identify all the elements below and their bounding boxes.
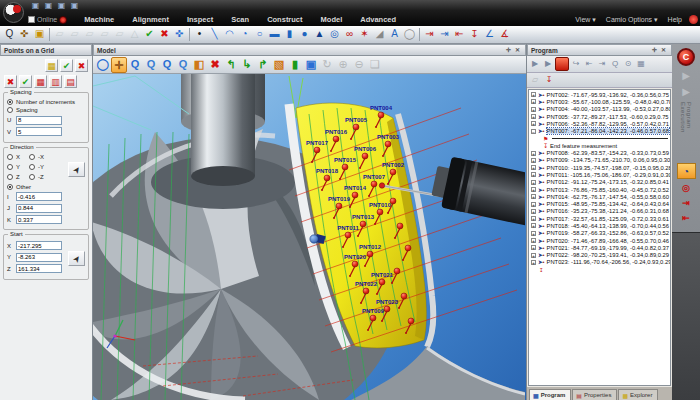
spacing-radio-1[interactable]: Spacing: [7, 107, 85, 113]
radio-button[interactable]: [7, 164, 13, 170]
tab-program[interactable]: ▦Program: [529, 389, 571, 400]
reject-icon[interactable]: ✖: [157, 27, 172, 42]
pattern-icon[interactable]: ∞: [342, 27, 357, 42]
label-icon[interactable]: A: [387, 27, 402, 42]
graph-icon[interactable]: ∡: [497, 27, 512, 42]
radio-button[interactable]: [7, 154, 13, 160]
start-input-y[interactable]: [16, 253, 62, 262]
probe-alert-icon[interactable]: ◎: [678, 182, 694, 195]
radio-button[interactable]: [7, 107, 13, 113]
program-item[interactable]: −➤•PNT007: -67.21,-86.04,-142.23, -0.46,…: [529, 127, 670, 134]
program-item[interactable]: +➤•PNT023: -111.96,-70.64,-206.56, -0.24…: [529, 259, 670, 266]
spacing-radio-0[interactable]: Number of increments: [7, 99, 85, 105]
program-item[interactable]: +➤•PNT021: -84.77,-69.19,-179.99, -0.44,…: [529, 244, 670, 251]
iso-view-3-icon[interactable]: ↱: [255, 57, 271, 73]
program-item[interactable]: +➤•PNT022: -98.20,-70.25,-193.41, -0.34,…: [529, 252, 670, 259]
zoom-scale-icon[interactable]: Q: [175, 57, 191, 73]
run-from-icon[interactable]: ▶: [542, 58, 554, 70]
expand-icon[interactable]: +: [531, 99, 536, 104]
pan-icon[interactable]: ✛: [111, 57, 127, 73]
gear-icon[interactable]: ✶: [357, 27, 372, 42]
program-item[interactable]: +➤•PNT006: -52.36,-87.82,-129.95, -0.57,…: [529, 120, 670, 127]
program-item[interactable]: +➤•PNT002: -71.67,-95.93,-136.92, -0.36,…: [529, 91, 670, 98]
expand-icon[interactable]: +: [531, 238, 536, 243]
zoom-extents-icon[interactable]: Q: [159, 57, 175, 73]
menu-tab-machine[interactable]: Machine: [75, 13, 123, 26]
radio-button[interactable]: [7, 174, 13, 180]
point-feature-icon[interactable]: •: [192, 27, 207, 42]
program-item[interactable]: +➤•PNT014: -62.75,-76.17,-147.54, -0.55,…: [529, 193, 670, 200]
direction-radio-x[interactable]: X: [7, 154, 29, 160]
move-point-icon[interactable]: ⇥: [422, 27, 437, 42]
expand-icon[interactable]: +: [531, 158, 536, 163]
menu-tab-alignment[interactable]: Alignment: [123, 13, 178, 26]
expand-icon[interactable]: +: [531, 187, 536, 192]
expand-icon[interactable]: +: [531, 114, 536, 119]
slope-icon[interactable]: ◢: [372, 27, 387, 42]
program-item-end[interactable]: ↧: [529, 266, 670, 273]
program-item[interactable]: +➤•PNT009: -134.75,-71.65,-210.70, 0.06,…: [529, 157, 670, 164]
expand-icon[interactable]: +: [531, 202, 536, 207]
pin-icon[interactable]: ✛: [650, 45, 659, 56]
expand-icon[interactable]: +: [531, 231, 536, 236]
program-item[interactable]: +➤•PNT004: -40.00,-103.57,-113.99, -0.53…: [529, 106, 670, 113]
right-menu-help[interactable]: Help: [663, 16, 687, 23]
roundness-icon[interactable]: ◯: [402, 27, 417, 42]
right-menu-camio-options--[interactable]: Camio Options ▾: [601, 16, 663, 24]
cancel-button[interactable]: ✖: [75, 59, 88, 72]
program-item[interactable]: +➤•PNT005: -37.72,-89.27,-117.53, -0.60,…: [529, 113, 670, 120]
close-icon[interactable]: ✕: [659, 45, 668, 56]
probe-search-icon[interactable]: Q: [2, 27, 17, 42]
program-item[interactable]: +➤•PNT012: -91.12,-75.24,-173.15, -0.32,…: [529, 179, 670, 186]
accept-icon[interactable]: ✔: [142, 27, 157, 42]
tab-explorer[interactable]: ▩Explorer: [618, 389, 658, 400]
cube-view-icon[interactable]: ▣: [303, 57, 319, 73]
expand-icon[interactable]: +: [531, 216, 536, 221]
torus-feature-icon[interactable]: ◎: [327, 27, 342, 42]
box-view-icon[interactable]: ▧: [271, 57, 287, 73]
angle-icon[interactable]: ∠: [482, 27, 497, 42]
program-child-probe[interactable]: ↧End feature measurement: [529, 142, 670, 149]
watch-icon[interactable]: ⊙: [622, 58, 634, 70]
program-item[interactable]: +➤•PNT003: -55.67,-100.08,-125.59, -0.48…: [529, 98, 670, 105]
touch-icon[interactable]: ↧: [467, 27, 482, 42]
online-toggle[interactable]: Online: [28, 16, 67, 24]
program-item[interactable]: +➤•PNT015: -48.95,-75.85,-134.42, -0.64,…: [529, 200, 670, 207]
expand-icon[interactable]: +: [531, 165, 536, 170]
program-child-flag[interactable]: ⚑: [529, 135, 670, 142]
pin-icon[interactable]: ✛: [504, 45, 513, 56]
expand-icon[interactable]: +: [531, 121, 536, 126]
probe-status-button[interactable]: ◔: [677, 163, 696, 179]
skip-step-icon[interactable]: ▶: [678, 69, 694, 83]
direction-radio-z[interactable]: Z: [7, 174, 29, 180]
print-icon[interactable]: ▣: [69, 1, 80, 11]
accept-button[interactable]: ✔: [60, 59, 73, 72]
cylinder-feature-icon[interactable]: ▮: [282, 27, 297, 42]
grid-edge-button[interactable]: ▥: [49, 75, 62, 88]
program-item[interactable]: +➤•PNT008: -62.39,-83.57,-154.23, -0.33,…: [529, 149, 670, 156]
zoom-dynamic-icon[interactable]: Q: [143, 57, 159, 73]
spacing-input-u[interactable]: [16, 116, 62, 125]
direction-radio-y[interactable]: Y: [7, 164, 29, 170]
new-program-icon[interactable]: ▣: [30, 1, 41, 11]
pick-start-button[interactable]: ➤: [68, 251, 85, 266]
direction-input-k[interactable]: [16, 215, 62, 224]
expand-icon[interactable]: +: [531, 194, 536, 199]
save-icon[interactable]: ▦: [635, 58, 647, 70]
sphere-feature-icon[interactable]: ●: [297, 27, 312, 42]
iso-view-2-icon[interactable]: ↳: [239, 57, 255, 73]
preview-grid-button[interactable]: ▦: [45, 59, 58, 72]
direction-radio-negz[interactable]: -Z: [29, 174, 51, 180]
goto-current-icon[interactable]: ⇥: [596, 58, 608, 70]
delete-view-icon[interactable]: ✖: [207, 57, 223, 73]
online-checkbox[interactable]: [28, 16, 35, 23]
delete-grid-button[interactable]: ✖: [4, 75, 17, 88]
direction-input-i[interactable]: [16, 192, 62, 201]
expand-icon[interactable]: +: [531, 209, 536, 214]
radio-button[interactable]: [7, 99, 13, 105]
cone-feature-icon[interactable]: ▲: [312, 27, 327, 42]
expand-icon[interactable]: −: [531, 129, 536, 134]
expand-icon[interactable]: +: [531, 151, 536, 156]
edit-mode-icon[interactable]: ▱: [529, 74, 541, 86]
move-to-icon[interactable]: ⇥: [437, 27, 452, 42]
